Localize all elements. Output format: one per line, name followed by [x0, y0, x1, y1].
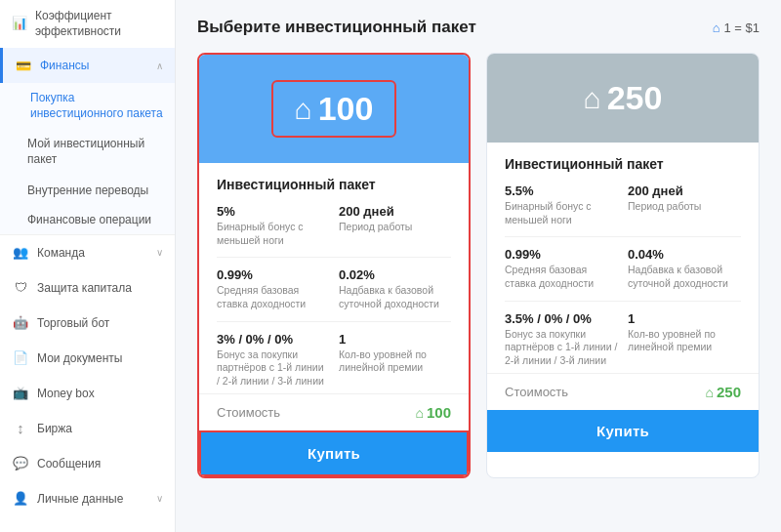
- cost-price-250: ⌂ 250: [706, 384, 742, 400]
- messages-icon: 💬: [12, 455, 29, 472]
- sidebar-item-finances[interactable]: 💳 Финансы ∧: [0, 48, 175, 83]
- stat-value: 3% / 0% / 0%: [217, 332, 329, 347]
- stat-label: Период работы: [628, 200, 741, 214]
- stat-item: 200 дней Период работы: [339, 204, 451, 247]
- main-header: Выберите инвестиционный пакет ⌂ 1 = $1: [197, 18, 760, 37]
- chevron-down-icon: ∧: [156, 61, 163, 71]
- stat-item: 3.5% / 0% / 0% Бонус за покупки партнёро…: [505, 311, 618, 368]
- stat-value: 200 дней: [628, 184, 741, 198]
- sidebar-item-transfers[interactable]: Внутренние переводы: [0, 176, 175, 205]
- card-amount-100: 100: [318, 90, 374, 128]
- sidebar-item-moneybox[interactable]: 📺 Money box: [0, 376, 175, 411]
- package-card-100: ⌂ 100 Инвестиционный пакет 5% Бинарный б…: [197, 53, 471, 478]
- stat-label: Средняя базовая ставка доходности: [505, 264, 618, 290]
- sidebar-item-messages[interactable]: 💬 Сообщения: [0, 446, 175, 481]
- stat-value: 5.5%: [505, 184, 618, 198]
- section-title-250: Инвестиционный пакет: [505, 156, 741, 172]
- efficiency-icon: 📊: [12, 16, 27, 33]
- package-card-250: ⌂ 250 Инвестиционный пакет 5.5% Бинарный…: [486, 53, 760, 478]
- card-body-100: Инвестиционный пакет 5% Бинарный бонус с…: [199, 163, 469, 388]
- stat-value: 5%: [217, 204, 329, 219]
- amount-box-100: ⌂ 100: [271, 80, 397, 138]
- bot-icon: 🤖: [12, 314, 29, 332]
- sidebar-item-label: Money box: [37, 387, 95, 400]
- stat-item: 5% Бинарный бонус с меньшей ноги: [217, 204, 329, 247]
- sidebar-item-financial-ops[interactable]: Финансовые операции: [0, 205, 175, 234]
- price-icon: ⌂: [706, 385, 714, 400]
- chevron-down-icon: ∨: [156, 247, 163, 258]
- sidebar-item-trading-bot[interactable]: 🤖 Торговый бот: [0, 306, 175, 341]
- sidebar-item-label: Сообщения: [37, 457, 101, 471]
- sidebar-item-label: Коэффициент эффективности: [35, 9, 163, 39]
- currency-icon: ⌂: [713, 20, 720, 35]
- sidebar-item-label: Мой инвестиционный пакет: [27, 137, 163, 167]
- stat-value: 1: [628, 311, 741, 326]
- sidebar-item-label: Торговый бот: [37, 316, 109, 330]
- stat-label: Средняя базовая ставка доходности: [217, 284, 329, 310]
- buy-button-100[interactable]: Купить: [201, 432, 467, 474]
- stat-item: 200 дней Период работы: [628, 184, 741, 226]
- stat-item: 5.5% Бинарный бонус с меньшей ноги: [505, 184, 618, 226]
- sidebar-item-label: Покупка инвестиционного пакета: [30, 91, 163, 121]
- sidebar-item-documents[interactable]: 📄 Мои документы: [0, 341, 175, 376]
- stat-value: 0.04%: [628, 247, 741, 262]
- sidebar-item-label: Финансы: [40, 59, 148, 72]
- exchange-icon: ↕: [12, 420, 29, 437]
- stat-item: 3% / 0% / 0% Бонус за покупки партнёров …: [217, 332, 329, 389]
- doc-icon: 📄: [12, 349, 29, 367]
- stat-item: 0.04% Надбавка к базовой суточной доходн…: [628, 247, 741, 290]
- stat-label: Бинарный бонус с меньшей ноги: [505, 200, 618, 226]
- currency-symbol-icon: ⌂: [584, 82, 601, 115]
- person-icon: 👤: [12, 490, 29, 508]
- exchange-rate: ⌂ 1 = $1: [713, 20, 760, 35]
- stat-item: 0.99% Средняя базовая ставка доходности: [505, 247, 618, 290]
- sidebar-item-label: Команда: [37, 246, 148, 260]
- card-header-100: ⌂ 100: [199, 55, 469, 163]
- stats-grid-100: 5% Бинарный бонус с меньшей ноги 200 дне…: [217, 204, 451, 388]
- stat-label: Бонус за покупки партнёров с 1-й линии /…: [217, 348, 329, 389]
- card-header-250: ⌂ 250: [487, 54, 759, 143]
- moneybox-icon: 📺: [12, 385, 29, 402]
- main-content: Выберите инвестиционный пакет ⌂ 1 = $1 ⌂…: [176, 0, 781, 532]
- stat-item: 1 Кол-во уровней по линейной премии: [339, 332, 451, 389]
- stat-value: 0.02%: [339, 267, 451, 282]
- stats-grid-250: 5.5% Бинарный бонус с меньшей ноги 200 д…: [505, 184, 741, 367]
- stat-item: 0.02% Надбавка к базовой суточной доходн…: [339, 267, 451, 310]
- sidebar-item-label: Внутренние переводы: [27, 184, 148, 197]
- stat-label: Надбавка к базовой суточной доходности: [628, 264, 741, 290]
- card-footer-100: Стоимость ⌂ 100: [199, 393, 469, 430]
- currency-symbol-icon: ⌂: [295, 93, 312, 126]
- buy-button-250[interactable]: Купить: [487, 410, 759, 452]
- stat-value: 200 дней: [339, 204, 451, 219]
- stat-value: 0.99%: [217, 267, 329, 282]
- stat-value: 0.99%: [505, 247, 618, 262]
- packages-grid: ⌂ 100 Инвестиционный пакет 5% Бинарный б…: [197, 53, 760, 478]
- shield-icon: 🛡: [12, 279, 29, 297]
- price-icon: ⌂: [416, 405, 424, 421]
- sidebar-item-team[interactable]: 👥 Команда ∨: [0, 235, 175, 270]
- sidebar-item-label: Личные данные: [37, 492, 148, 506]
- team-icon: 👥: [12, 244, 29, 262]
- stat-label: Кол-во уровней по линейной премии: [628, 328, 741, 354]
- stat-item: 1 Кол-во уровней по линейной премии: [628, 311, 741, 368]
- stat-label: Период работы: [339, 221, 451, 234]
- finances-icon: 💳: [15, 57, 32, 74]
- section-title-100: Инвестиционный пакет: [217, 177, 451, 192]
- stat-label: Надбавка к базовой суточной доходности: [339, 284, 451, 310]
- sidebar-item-capital[interactable]: 🛡 Защита капитала: [0, 270, 175, 306]
- sidebar-item-label: Финансовые операции: [27, 213, 151, 226]
- sidebar-item-personal[interactable]: 👤 Личные данные ∨: [0, 481, 175, 516]
- sidebar-item-buy-package[interactable]: Покупка инвестиционного пакета: [0, 83, 175, 129]
- stat-label: Бинарный бонус с меньшей ноги: [217, 221, 329, 247]
- chevron-down-icon: ∨: [156, 493, 163, 504]
- sidebar-item-my-package[interactable]: Мой инвестиционный пакет: [0, 129, 175, 175]
- page-title: Выберите инвестиционный пакет: [197, 18, 476, 37]
- sidebar-item-label: Защита капитала: [37, 281, 132, 295]
- card-footer-250: Стоимость ⌂ 250: [487, 373, 759, 410]
- stat-value: 3.5% / 0% / 0%: [505, 311, 618, 326]
- sidebar-item-efficiency[interactable]: 📊 Коэффициент эффективности: [0, 0, 175, 48]
- sidebar-item-label: Биржа: [37, 422, 72, 435]
- cost-label-250: Стоимость: [505, 385, 568, 399]
- stat-item: 0.99% Средняя базовая ставка доходности: [217, 267, 329, 310]
- sidebar-item-exchange[interactable]: ↕ Биржа: [0, 411, 175, 446]
